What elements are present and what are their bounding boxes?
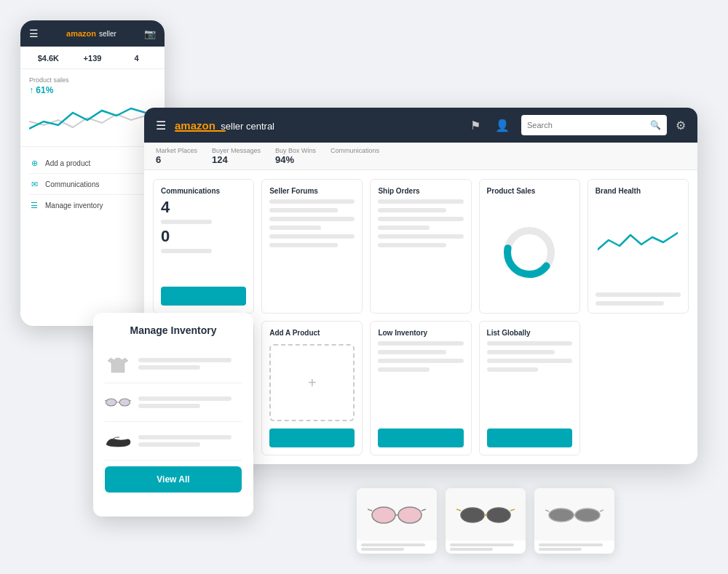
comm-line2 xyxy=(161,249,212,253)
svg-line-20 xyxy=(545,510,549,511)
thumbnail-2[interactable] xyxy=(446,488,526,554)
user-icon[interactable]: 👤 xyxy=(495,119,510,132)
view-all-button[interactable]: View All xyxy=(105,466,242,493)
mail-icon: ✉ xyxy=(29,179,39,189)
sf-line4 xyxy=(269,226,320,230)
shoe-product-lines xyxy=(138,435,242,447)
inventory-item-shirt xyxy=(105,345,242,383)
sf-line1 xyxy=(269,199,355,204)
communications-btn[interactable] xyxy=(161,287,246,306)
shirt-product-lines xyxy=(138,358,242,370)
svg-line-11 xyxy=(422,509,426,511)
bh-line2 xyxy=(596,301,664,306)
search-input[interactable] xyxy=(527,121,647,129)
mobile-nav-inventory[interactable]: ☰ Manage inventory xyxy=(29,195,156,215)
bh-line1 xyxy=(596,292,681,297)
card-seller-forums: Seller Forums xyxy=(261,179,363,314)
so-line4 xyxy=(378,226,429,230)
seller-central-word: seller central xyxy=(221,121,274,132)
list-globally-btn[interactable] xyxy=(487,428,572,447)
metric-marketplaces-label: Market Places xyxy=(156,147,197,154)
mobile-amazon-logo: amazon xyxy=(66,29,96,38)
glasses-line1 xyxy=(138,396,232,401)
metric-marketplaces-value: 6 xyxy=(156,154,197,165)
svg-point-17 xyxy=(549,509,574,522)
list-icon: ☰ xyxy=(29,200,39,210)
thumbnail-3[interactable] xyxy=(534,488,614,554)
card-seller-forums-title: Seller Forums xyxy=(269,187,355,195)
svg-point-7 xyxy=(372,507,395,523)
card-add-product-title: Add A Product xyxy=(269,329,355,337)
svg-line-6 xyxy=(130,400,131,401)
stat-alerts: 4 xyxy=(117,54,156,63)
mobile-nav: ⊕ Add a product ✉ Communications ☰ Manag… xyxy=(20,147,165,221)
sf-line2 xyxy=(269,208,338,212)
shoe-icon xyxy=(105,428,131,454)
card-add-product: Add A Product + xyxy=(261,321,363,455)
shirt-icon xyxy=(105,351,131,377)
mobile-logo: amazon seller xyxy=(66,29,116,38)
mobile-chart-area: Product sales ↑ 61% xyxy=(20,69,165,147)
li-line4 xyxy=(378,367,429,372)
comm-num1: 4 xyxy=(161,199,246,215)
mobile-chart-svg xyxy=(29,100,156,136)
desktop-logo: amazon seller central xyxy=(175,119,274,132)
thumb-1-image xyxy=(357,488,437,541)
card-brand-health-title: Brand Health xyxy=(596,187,681,195)
inventory-card: Manage Inventory xyxy=(93,313,253,517)
metric-communications-label: Communications xyxy=(331,147,379,154)
lg-line2 xyxy=(487,350,555,354)
thumb-3-line2 xyxy=(539,548,582,551)
add-product-btn[interactable] xyxy=(269,428,355,447)
lg-line1 xyxy=(487,341,572,346)
hamburger-icon[interactable]: ☰ xyxy=(29,28,39,39)
desktop-logo-text: amazon seller central xyxy=(175,119,274,132)
flag-icon[interactable]: ⚑ xyxy=(470,119,480,132)
chart-percent: ↑ 61% xyxy=(29,85,156,95)
card-low-inventory: Low Inventory xyxy=(370,321,471,455)
lg-line3 xyxy=(487,359,572,363)
donut-chart xyxy=(500,223,558,282)
thumb-3-image xyxy=(534,488,614,541)
svg-point-3 xyxy=(119,399,130,406)
metric-buyer-messages-label: Buyer Messages xyxy=(212,147,261,154)
card-ship-orders-title: Ship Orders xyxy=(378,187,463,195)
camera-icon[interactable]: 📷 xyxy=(144,28,156,39)
shoe-line1 xyxy=(138,435,232,439)
so-line3 xyxy=(378,217,463,221)
glasses-icon xyxy=(105,389,131,415)
thumbnail-1[interactable] xyxy=(357,488,437,554)
mobile-nav-communications[interactable]: ✉ Communications xyxy=(29,174,156,195)
so-line2 xyxy=(378,208,446,212)
thumb-2-line1 xyxy=(450,543,514,546)
desktop-hamburger-icon[interactable]: ☰ xyxy=(156,119,166,132)
mobile-stats-bar: $4.6K +139 4 xyxy=(20,47,165,69)
thumb-2-image xyxy=(446,488,526,541)
mobile-nav-add-product-label: Add a product xyxy=(45,159,90,167)
metric-buyer-messages: Buyer Messages 124 xyxy=(212,147,261,165)
thumb-2-lines xyxy=(446,541,526,554)
lg-line4 xyxy=(487,367,538,372)
stat-sales-value: $4.6K xyxy=(29,54,68,63)
svg-line-21 xyxy=(600,510,604,511)
svg-point-13 xyxy=(487,508,510,522)
sf-line6 xyxy=(269,243,338,247)
mobile-app: ☰ amazon seller 📷 $4.6K +139 4 Product s… xyxy=(20,20,165,326)
search-bar[interactable]: 🔍 xyxy=(521,115,667,135)
mobile-nav-add-product[interactable]: ⊕ Add a product xyxy=(29,153,156,174)
thumb-3-line1 xyxy=(539,543,603,546)
card-ship-orders: Ship Orders xyxy=(370,179,471,314)
thumb-2-line2 xyxy=(450,548,493,551)
card-brand-health: Brand Health xyxy=(587,179,689,314)
sf-line3 xyxy=(269,217,355,221)
settings-icon[interactable]: ⚙ xyxy=(676,119,686,132)
low-inventory-btn[interactable] xyxy=(378,428,463,447)
stat-orders-value: +139 xyxy=(74,54,112,63)
mobile-nav-inventory-label: Manage inventory xyxy=(45,202,103,210)
svg-point-2 xyxy=(106,399,116,406)
metric-buybox-value: 94% xyxy=(275,154,316,165)
svg-point-18 xyxy=(575,509,600,522)
svg-line-15 xyxy=(456,509,461,511)
so-line5 xyxy=(378,234,463,239)
add-product-plus-btn[interactable]: + xyxy=(269,344,355,421)
